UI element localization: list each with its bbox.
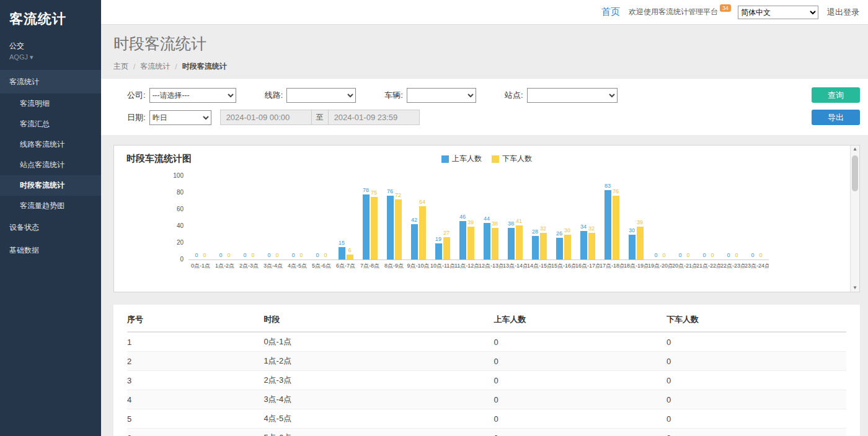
- org-name: 公交: [0, 28, 101, 51]
- legend-item[interactable]: 下车人数: [492, 154, 532, 164]
- y-tick-label: 20: [177, 240, 184, 246]
- bar-group: 6: [347, 248, 353, 259]
- org-selector[interactable]: AQGJ ▾: [0, 51, 101, 70]
- table-header-cell: 上车人数: [494, 307, 666, 332]
- bar: [588, 233, 595, 259]
- x-tick-label: 8点-9点: [382, 262, 406, 270]
- bar-group: 41: [516, 219, 523, 259]
- legend-item[interactable]: 上车人数: [441, 154, 482, 164]
- bar-group: 64: [419, 199, 426, 259]
- filter-panel: 公司: ---请选择--- 线路: 车辆: 站点: 日期: 昨日: [101, 78, 868, 135]
- x-tick-label: 16点-17点: [575, 262, 600, 270]
- date-end-input[interactable]: [328, 110, 420, 125]
- export-button[interactable]: 导出: [812, 110, 860, 125]
- chart-legend: 上车人数下车人数: [441, 154, 532, 164]
- table-cell: 0: [494, 390, 666, 409]
- bar-value-label: 0: [227, 253, 230, 258]
- line-label: 线路:: [265, 90, 283, 101]
- bar-group: 0: [709, 253, 716, 259]
- bar: [411, 224, 418, 259]
- bar-value-label: 0: [291, 253, 294, 258]
- breadcrumb-item[interactable]: 客流统计: [140, 61, 170, 72]
- bar: [484, 223, 490, 259]
- bar-group: 75: [371, 190, 378, 259]
- bar-group: 0: [661, 253, 668, 259]
- legend-label: 上车人数: [452, 154, 482, 164]
- station-select[interactable]: [527, 88, 618, 103]
- scrollbar-thumb[interactable]: [852, 155, 858, 191]
- y-tick-label: 100: [173, 173, 184, 179]
- notification-badge[interactable]: 34: [720, 4, 731, 12]
- table-cell: 0: [494, 352, 666, 371]
- bar-group: 15: [339, 240, 345, 259]
- sidebar-item[interactable]: 客流汇总: [0, 114, 101, 134]
- bar-group: 0: [653, 253, 660, 259]
- bar-group: 0: [758, 253, 764, 259]
- bar-group: 0: [314, 253, 321, 259]
- breadcrumb-item[interactable]: 主页: [113, 61, 128, 72]
- sidebar-section[interactable]: 设备状态: [0, 216, 101, 239]
- table-row: 65点-6点00: [127, 429, 846, 436]
- bar-value-label: 0: [275, 253, 278, 258]
- x-tick-label: 10点-11点: [430, 262, 454, 270]
- chart-category: 00: [745, 176, 769, 259]
- logout-link[interactable]: 退出登录: [827, 7, 859, 18]
- org-code: AQGJ: [9, 53, 28, 61]
- breadcrumb-separator: /: [175, 63, 177, 71]
- x-tick-label: 19点-20点: [648, 262, 672, 270]
- chart-category: 3039: [624, 176, 648, 259]
- sidebar-item[interactable]: 客流量趋势图: [0, 196, 101, 216]
- chart-category: 8376: [600, 176, 624, 259]
- bar-value-label: 0: [702, 253, 706, 258]
- bar: [508, 228, 515, 259]
- bar-value-label: 38: [508, 221, 514, 227]
- sidebar-item[interactable]: 线路客流统计: [0, 134, 101, 155]
- breadcrumb: 主页/客流统计/时段客流统计: [113, 61, 856, 72]
- table-cell: 4点-5点: [264, 409, 494, 429]
- bar-value-label: 83: [604, 183, 611, 189]
- chart-scrollbar[interactable]: ▲ ▼: [850, 146, 859, 292]
- date-preset-select[interactable]: 昨日: [149, 110, 211, 125]
- legend-swatch: [441, 155, 449, 163]
- chart-category: 00: [213, 176, 237, 259]
- bar-group: 26: [556, 231, 563, 259]
- sidebar-section[interactable]: 基础数据: [0, 239, 101, 262]
- x-tick-label: 1点-2点: [213, 262, 237, 270]
- home-link[interactable]: 首页: [601, 6, 620, 18]
- bar-value-label: 34: [580, 224, 587, 230]
- table-cell: 2: [127, 352, 264, 371]
- breadcrumb-item: 时段客流统计: [182, 61, 227, 72]
- scroll-down-icon[interactable]: ▼: [852, 286, 857, 290]
- bar-value-label: 0: [251, 253, 254, 258]
- chart-category: 3841: [503, 176, 527, 259]
- chart-category: 4438: [479, 176, 503, 259]
- sidebar-item[interactable]: 站点客流统计: [0, 155, 101, 175]
- scroll-up-icon[interactable]: ▲: [852, 147, 857, 152]
- language-select[interactable]: 简体中文: [738, 6, 818, 19]
- sidebar-section[interactable]: 客流统计: [0, 71, 101, 94]
- caret-down-icon: ▾: [30, 53, 33, 61]
- line-select[interactable]: [286, 88, 356, 103]
- sidebar-item[interactable]: 客流明细: [0, 94, 101, 114]
- bar-value-label: 41: [516, 219, 522, 224]
- table-row: 10点-1点00: [127, 332, 846, 352]
- page-head: 时段客流统计 主页/客流统计/时段客流统计: [101, 25, 868, 78]
- bar-value-label: 0: [195, 253, 198, 258]
- bar-value-label: 39: [637, 220, 643, 225]
- station-label: 站点:: [505, 90, 523, 101]
- date-start-input[interactable]: [220, 110, 312, 125]
- bar-group: 0: [242, 253, 249, 259]
- welcome-text: 欢迎使用客流统计管理平台34: [629, 7, 729, 17]
- data-table-card: 序号时段上车人数下车人数 10点-1点0021点-2点0032点-3点0043点…: [113, 305, 860, 436]
- query-button[interactable]: 查询: [812, 87, 860, 103]
- x-tick-label: 20点-21点: [672, 262, 696, 270]
- vehicle-select[interactable]: [407, 88, 476, 103]
- table-header-row: 序号时段上车人数下车人数: [127, 307, 846, 332]
- bar-value-label: 27: [443, 230, 450, 236]
- bar-value-label: 28: [532, 229, 538, 235]
- company-select[interactable]: ---请选择---: [149, 88, 236, 103]
- table-cell: 0: [666, 409, 846, 429]
- x-tick-label: 2点-3点: [237, 262, 261, 270]
- table-header-cell: 下车人数: [666, 307, 846, 332]
- sidebar-item[interactable]: 时段客流统计: [0, 175, 101, 196]
